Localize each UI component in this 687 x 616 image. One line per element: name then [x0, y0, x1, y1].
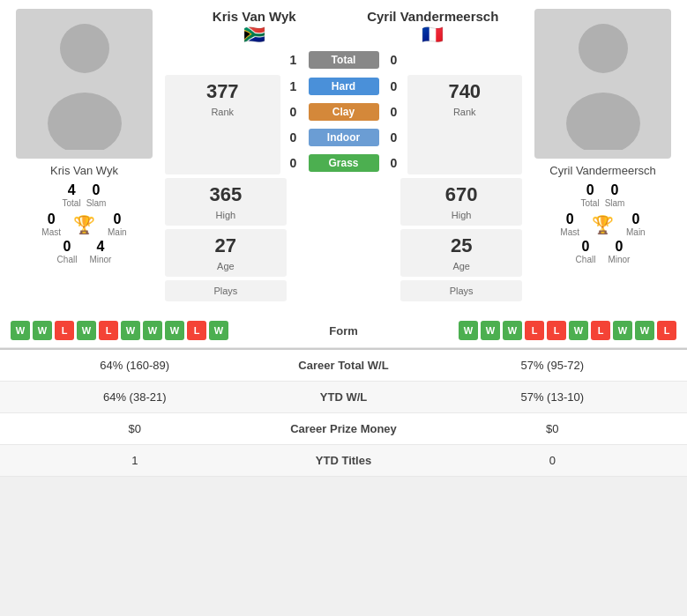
- left-silhouette: [41, 18, 129, 150]
- right-age-label: Age: [452, 261, 470, 271]
- spacer3: [290, 280, 398, 301]
- grass-left-score: 0: [284, 156, 303, 170]
- indoor-row: 0 Indoor 0: [284, 126, 404, 149]
- plays-row: Plays Plays: [165, 280, 522, 301]
- svg-point-3: [566, 93, 640, 150]
- form-badge: W: [481, 321, 500, 340]
- right-player-name: Cyril Vandermeersch: [549, 164, 655, 177]
- career-wl-label: Career Total W/L: [256, 359, 432, 372]
- right-rank-label: Rank: [453, 107, 476, 117]
- left-high-num: 365: [209, 183, 242, 206]
- form-badge: W: [635, 321, 654, 340]
- left-rank-num: 377: [206, 80, 239, 103]
- stats-table: 64% (160-89) Career Total W/L 57% (95-72…: [0, 348, 687, 477]
- surface-table: 1 Total 0 377 Rank 1 Hard: [165, 48, 522, 305]
- ytd-wl-row: 64% (38-21) YTD W/L 57% (13-10): [0, 382, 687, 413]
- left-main-num: 0: [108, 212, 127, 227]
- form-badge: L: [657, 321, 676, 340]
- right-mast-label: Mast: [560, 227, 579, 237]
- form-badge: L: [187, 321, 206, 340]
- ytd-wl-label: YTD W/L: [256, 390, 432, 404]
- player-comparison-top: Kris Van Wyk 4 Total 0 Slam 0 Mast 🏆: [0, 0, 687, 314]
- left-chall-label: Chall: [57, 255, 78, 264]
- left-age-label: Age: [217, 261, 235, 271]
- left-mast-stat: 0 Mast: [41, 212, 61, 237]
- clay-left-score: 0: [284, 105, 303, 119]
- right-player-col: Cyril Vandermeersch 0 Total 0 Slam 0 Mas…: [526, 9, 680, 305]
- right-main-num: 0: [626, 212, 646, 227]
- grass-button[interactable]: Grass: [309, 154, 379, 172]
- left-main-label: Main: [108, 227, 127, 237]
- form-badge: L: [99, 321, 118, 340]
- right-main-label: Main: [626, 227, 646, 237]
- left-total-num: 4: [63, 182, 81, 198]
- left-slam-num: 0: [86, 182, 107, 198]
- page-container: Kris Van Wyk 4 Total 0 Slam 0 Mast 🏆: [0, 0, 687, 477]
- total-right-score: 0: [385, 53, 404, 67]
- form-badge: W: [165, 321, 184, 340]
- total-row: 1 Total 0: [165, 48, 522, 71]
- center-col: Kris Van Wyk 🇿🇦 Cyril Vandermeersch 🇫🇷 1…: [165, 9, 522, 305]
- right-slam-num: 0: [605, 182, 625, 198]
- spacer2: [290, 229, 398, 277]
- right-slam-label: Slam: [605, 198, 625, 208]
- right-plays-label: Plays: [450, 286, 474, 296]
- left-total-stat: 4 Total: [63, 182, 81, 208]
- age-row: 27 Age 25 Age: [165, 229, 522, 277]
- high-age-row: 365 High 670 High: [165, 178, 522, 226]
- form-badge: W: [459, 321, 478, 340]
- right-player-photo: [534, 9, 671, 159]
- total-button[interactable]: Total: [309, 51, 379, 69]
- form-row: WWLWLWWWLW Form WWWLLWLWWL: [0, 314, 687, 348]
- left-trophy-icon: 🏆: [73, 214, 95, 235]
- right-titles: 0: [432, 454, 674, 467]
- right-trophy-row: 0 Mast 🏆 0 Main: [560, 212, 645, 237]
- left-minor-num: 4: [89, 239, 111, 255]
- left-minor-stat: 4 Minor: [89, 239, 111, 264]
- indoor-right-score: 0: [385, 130, 404, 145]
- left-plays-label: Plays: [213, 286, 237, 296]
- left-main-stat: 0 Main: [108, 212, 127, 237]
- left-high-box: 365 High: [165, 178, 287, 226]
- left-slam-stat: 0 Slam: [86, 182, 107, 208]
- hard-row: 1 Hard 0: [284, 75, 404, 98]
- right-career-wl: 57% (95-72): [432, 359, 674, 372]
- left-rank-box: 377 Rank: [165, 75, 280, 174]
- left-ytd-wl: 64% (38-21): [14, 390, 256, 404]
- right-name-label: Cyril Vandermeersch: [344, 9, 523, 24]
- player-names-row: Kris Van Wyk 🇿🇦 Cyril Vandermeersch 🇫🇷: [165, 9, 522, 45]
- left-titles: 1: [14, 454, 256, 467]
- prize-row: $0 Career Prize Money $0: [0, 413, 687, 445]
- right-total-label: Total: [581, 198, 600, 208]
- right-age-box: 25 Age: [400, 229, 522, 277]
- career-wl-row: 64% (160-89) Career Total W/L 57% (95-72…: [0, 350, 687, 382]
- right-main-stat: 0 Main: [626, 212, 646, 237]
- right-high-label: High: [452, 210, 472, 220]
- clay-button[interactable]: Clay: [309, 103, 379, 121]
- right-rank-num: 740: [448, 80, 481, 103]
- left-high-label: High: [216, 210, 236, 220]
- left-chall-stat: 0 Chall: [57, 239, 78, 264]
- right-name-center: Cyril Vandermeersch 🇫🇷: [344, 9, 523, 45]
- prize-label: Career Prize Money: [256, 422, 432, 435]
- right-bottom-stats: 0 Chall 0 Minor: [576, 239, 631, 264]
- form-badge: W: [77, 321, 96, 340]
- right-ytd-wl: 57% (13-10): [432, 390, 674, 404]
- right-total-stat: 0 Total: [581, 182, 600, 208]
- left-minor-label: Minor: [89, 255, 111, 264]
- svg-point-2: [579, 24, 628, 73]
- clay-row: 0 Clay 0: [284, 100, 404, 123]
- right-mast-num: 0: [560, 212, 579, 227]
- right-minor-stat: 0 Minor: [608, 239, 630, 264]
- left-trophy-row: 0 Mast 🏆 0 Main: [41, 212, 126, 237]
- left-plays-box: Plays: [165, 280, 287, 301]
- left-name-center: Kris Van Wyk 🇿🇦: [165, 9, 344, 45]
- grass-row: 0 Grass 0: [284, 152, 404, 174]
- hard-button[interactable]: Hard: [309, 78, 379, 95]
- form-badge: W: [209, 321, 228, 340]
- form-badge: W: [613, 321, 632, 340]
- form-badge: W: [121, 321, 140, 340]
- indoor-button[interactable]: Indoor: [309, 129, 379, 146]
- right-top-stats: 0 Total 0 Slam: [526, 182, 680, 208]
- left-form-badges: WWLWLWWWLW: [11, 321, 256, 340]
